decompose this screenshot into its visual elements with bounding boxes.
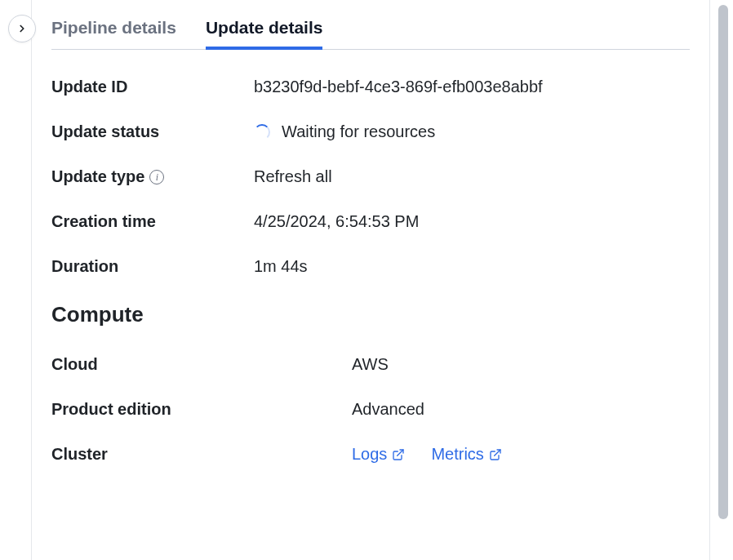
row-creation-time: Creation time 4/25/2024, 6:54:53 PM [51, 212, 690, 231]
tab-pipeline-details[interactable]: Pipeline details [51, 11, 176, 49]
logs-link-text: Logs [352, 445, 387, 464]
cluster-logs-link[interactable]: Logs [352, 445, 405, 464]
label-cloud: Cloud [51, 355, 352, 374]
value-update-status: Waiting for resources [254, 122, 435, 141]
row-update-status: Update status Waiting for resources [51, 122, 690, 141]
expand-panel-button[interactable] [8, 15, 36, 42]
value-creation-time: 4/25/2024, 6:54:53 PM [254, 212, 419, 231]
row-product-edition: Product edition Advanced [51, 400, 690, 419]
value-update-type: Refresh all [254, 167, 332, 186]
metrics-link-text: Metrics [431, 445, 483, 464]
external-link-icon [489, 448, 502, 461]
tab-update-details[interactable]: Update details [206, 11, 323, 49]
compute-section: Cloud AWS Product edition Advanced Clust… [51, 355, 690, 464]
label-creation-time: Creation time [51, 212, 254, 231]
label-product-edition: Product edition [51, 400, 352, 419]
label-duration: Duration [51, 257, 254, 276]
value-product-edition: Advanced [352, 400, 424, 419]
scrollbar[interactable] [718, 5, 728, 519]
row-update-id: Update ID b3230f9d-bebf-4ce3-869f-efb003… [51, 78, 690, 96]
label-update-type: Update type [51, 167, 254, 186]
label-update-id: Update ID [51, 78, 254, 96]
chevron-right-icon [16, 23, 28, 34]
label-update-type-text: Update type [51, 167, 144, 186]
value-update-id: b3230f9d-bebf-4ce3-869f-efb003e8abbf [254, 78, 543, 96]
row-cloud: Cloud AWS [51, 355, 690, 374]
row-duration: Duration 1m 44s [51, 257, 690, 276]
external-link-icon [392, 448, 405, 461]
svg-line-1 [494, 450, 500, 456]
info-icon[interactable] [149, 170, 164, 184]
value-cluster: Logs Metrics [352, 445, 517, 464]
tabs: Pipeline details Update details [51, 0, 690, 50]
section-title-compute: Compute [51, 302, 690, 327]
label-update-status: Update status [51, 122, 254, 141]
details-panel: Pipeline details Update details Update I… [31, 0, 710, 560]
row-cluster: Cluster Logs Metrics [51, 445, 690, 464]
label-cluster: Cluster [51, 445, 352, 464]
cluster-metrics-link[interactable]: Metrics [431, 445, 501, 464]
value-duration: 1m 44s [254, 257, 308, 276]
status-text: Waiting for resources [282, 122, 435, 141]
spinner-icon [254, 124, 270, 140]
row-update-type: Update type Refresh all [51, 167, 690, 186]
svg-line-0 [398, 450, 403, 456]
scrollbar-thumb[interactable] [718, 5, 728, 519]
value-cloud: AWS [352, 355, 389, 374]
update-details-section: Update ID b3230f9d-bebf-4ce3-869f-efb003… [51, 78, 690, 276]
